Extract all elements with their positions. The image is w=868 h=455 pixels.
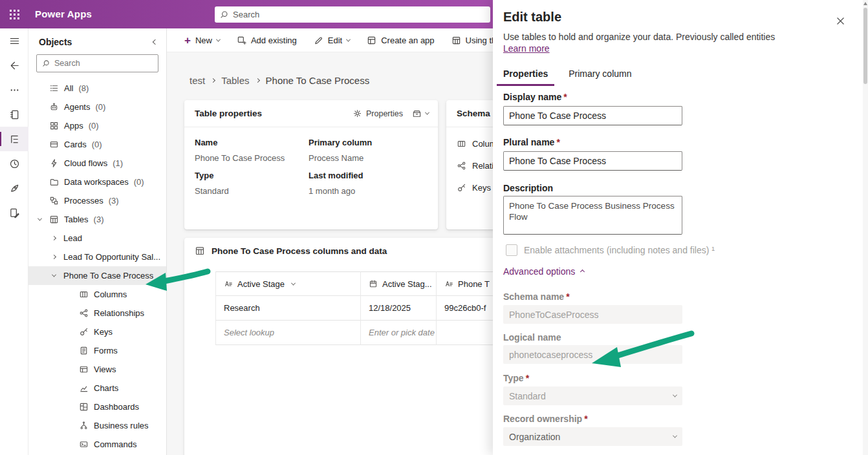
back-arrow-icon[interactable] [0, 53, 28, 78]
sidebar-item-relationships[interactable]: Relationships [28, 304, 166, 323]
sidebar-item-cards[interactable]: Cards (0) [28, 135, 166, 154]
enable-attachments-row: Enable attachments (including notes and … [506, 244, 715, 256]
new-row-lookup-cell[interactable]: Select lookup [215, 321, 361, 345]
new-button[interactable]: + New [184, 35, 220, 46]
learn-more-link[interactable]: Learn more [503, 43, 550, 54]
object-tree-icon[interactable] [0, 127, 28, 151]
sidebar-item-all[interactable]: All (8) [28, 79, 166, 98]
panel-tabs: Properties Primary column [497, 65, 638, 86]
sidebar-item-lead-to-opportunity[interactable]: Lead To Opportunity Sal... [28, 248, 166, 266]
create-an-app-button[interactable]: Create an app [367, 36, 434, 45]
collapse-panel-icon[interactable] [153, 39, 158, 45]
topbar-search-input[interactable] [233, 10, 485, 19]
table-properties-title: Table properties [195, 109, 262, 118]
page-edit-icon[interactable] [0, 200, 28, 225]
edit-table-panel: Edit table Use tables to hold and organi… [493, 0, 863, 455]
enable-attachments-checkbox[interactable] [506, 244, 517, 256]
topbar-search[interactable] [215, 6, 490, 23]
breadcrumb-current: Phone To Case Process [266, 75, 370, 86]
scrollbar-thumb[interactable] [863, 8, 867, 84]
properties-button[interactable]: Properties [353, 109, 403, 118]
sidebar-item-label: Agents [64, 102, 90, 112]
columns-icon [79, 290, 89, 299]
sidebar-item-business-rules[interactable]: Business rules [28, 416, 166, 435]
chevron-down-icon [673, 434, 677, 438]
advanced-options-toggle[interactable]: Advanced options [503, 266, 584, 277]
relationships-icon [79, 308, 89, 318]
sidebar-item-label: Columns [94, 290, 127, 299]
display-name-field[interactable] [503, 106, 682, 125]
data-cell[interactable]: Research [215, 296, 361, 321]
sidebar-item-views[interactable]: Views [28, 360, 166, 379]
close-panel-button[interactable] [832, 13, 848, 28]
column-header-active-stage[interactable]: Active Stage [215, 271, 361, 296]
search-icon [220, 10, 228, 19]
chevron-down-icon [216, 37, 221, 41]
sidebar-item-count: (1) [113, 158, 123, 168]
box-icon [412, 109, 422, 118]
sidebar-item-label: Relationships [94, 308, 144, 318]
required-asterisk: * [584, 414, 587, 424]
sidebar-item-cloud-flows[interactable]: Cloud flows (1) [28, 154, 166, 173]
card-view-dropdown-button[interactable] [412, 109, 429, 118]
type-dropdown: Standard [503, 386, 682, 405]
sidebar-item-columns[interactable]: Columns [28, 285, 166, 304]
display-name-label: Display name* [503, 92, 567, 102]
objects-search[interactable] [36, 54, 158, 72]
tab-properties[interactable]: Properties [497, 65, 554, 86]
schema-name-field: PhoneToCaseProcess [503, 305, 682, 324]
hamburger-menu-icon[interactable] [0, 28, 28, 53]
column-header-active-stage-date[interactable]: Active Stag... [361, 271, 437, 296]
scrollbar-up-arrow[interactable] [863, 2, 867, 5]
more-options-icon[interactable] [0, 78, 28, 102]
table-icon [49, 215, 59, 224]
objects-search-input[interactable] [54, 59, 153, 68]
property-type: Type Standard [195, 171, 309, 196]
tab-primary-column[interactable]: Primary column [562, 65, 638, 86]
sidebar-item-commands[interactable]: Commands [28, 435, 166, 454]
history-icon[interactable] [0, 151, 28, 176]
description-field[interactable]: Phone To Case Process Business Process F… [503, 196, 682, 235]
scrollbar[interactable] [863, 0, 868, 455]
forms-icon [79, 346, 89, 355]
sidebar-item-dashboards[interactable]: Dashboards [28, 397, 166, 416]
new-row-date-cell[interactable]: Enter or pick date [361, 321, 437, 345]
add-existing-button[interactable]: Add existing [237, 36, 297, 45]
sidebar-item-label: Charts [94, 383, 118, 393]
sidebar-item-label: Phone To Case Process [63, 271, 153, 280]
breadcrumb-tables[interactable]: Tables [221, 75, 249, 86]
gear-icon [353, 109, 362, 118]
table-usage-icon [451, 36, 461, 45]
chevron-up-icon [580, 269, 585, 273]
required-asterisk: * [563, 92, 567, 102]
edit-button[interactable]: Edit [314, 36, 350, 45]
rocket-icon[interactable] [0, 176, 28, 200]
sidebar-item-charts[interactable]: Charts [28, 379, 166, 397]
calendar-icon [369, 279, 378, 288]
app-title[interactable]: Power Apps [35, 8, 92, 19]
sidebar-item-agents[interactable]: Agents (0) [28, 98, 166, 116]
sidebar-item-label: Lead [63, 233, 82, 243]
chevron-down-icon [37, 217, 41, 221]
sidebar-item-phone-to-case-process[interactable]: Phone To Case Process [28, 266, 166, 285]
chevron-down-icon [291, 280, 296, 285]
chevron-right-icon [51, 255, 56, 259]
sidebar-item-label: Tables [64, 215, 89, 224]
sidebar-item-forms[interactable]: Forms [28, 341, 166, 360]
sidebar-item-data-workspaces[interactable]: Data workspaces (0) [28, 173, 166, 191]
sidebar-item-keys[interactable]: Keys [28, 323, 166, 341]
panel-title: Edit table [503, 10, 561, 25]
record-ownership-dropdown[interactable]: Organization [503, 427, 682, 446]
waffle-menu-button[interactable] [0, 0, 28, 28]
sidebar-item-lead[interactable]: Lead [28, 229, 166, 248]
notebook-icon[interactable] [0, 102, 28, 127]
sidebar-item-processes[interactable]: Processes (3) [28, 191, 166, 210]
data-cell[interactable]: 12/18/2025 [361, 296, 437, 321]
plural-name-field[interactable] [503, 151, 682, 171]
sidebar-item-label: Business rules [94, 421, 149, 430]
sidebar-item-tables[interactable]: Tables (3) [28, 210, 166, 229]
breadcrumb-environment[interactable]: test [190, 75, 205, 86]
sidebar-item-apps[interactable]: Apps (0) [28, 116, 166, 135]
enable-attachments-label: Enable attachments (including notes and … [524, 245, 715, 255]
sidebar-item-label: Cards [64, 140, 87, 149]
